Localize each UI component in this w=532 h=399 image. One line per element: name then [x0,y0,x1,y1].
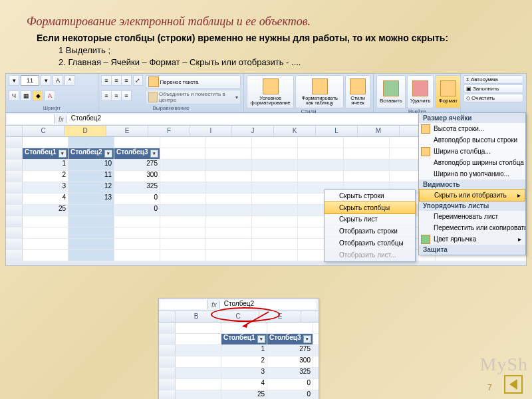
fdd-autofit-col[interactable]: Автоподбор ширины столбца [419,157,525,168]
cond-format-icon [263,78,279,94]
filter-icon[interactable]: ▾ [59,150,66,158]
merge-btn[interactable]: Объединить и поместить в центре▾ [146,90,241,104]
fdd-section-org: Упорядочить листы [419,201,525,211]
format-table-btn[interactable]: Форматировать как таблицу [295,75,344,108]
name-box-small[interactable] [160,300,207,309]
fdd-section-size: Размер ячейки [419,113,525,123]
cmi-hide-cols[interactable]: Скрыть столбцы [324,201,416,214]
insert-icon [383,80,399,96]
col-D[interactable]: D [65,126,106,136]
fdd-rename-sheet[interactable]: Переименовать лист [419,211,525,222]
wrap-icon [148,76,159,87]
fx-label: fx [56,116,67,123]
cmi-hide-rows[interactable]: Скрыть строки [325,190,415,202]
row-hdr[interactable] [6,137,23,148]
cell-styles-icon [350,78,366,94]
table-header-3[interactable]: Столбец3▾ [114,148,160,159]
col-I[interactable]: I [190,126,232,136]
delete-btn[interactable]: Удалить [407,75,434,108]
cmi-show-sheet[interactable]: Отобразить лист... [325,249,415,261]
col-K[interactable]: K [274,126,316,136]
excel-screenshot-result: fx Столбец2 B C E Столбец1▾ Столбец3▾ 12… [158,298,319,399]
fdd-hide-unhide[interactable]: Скрыть или отобразить ▸ [419,189,525,201]
format-dropdown-menu: Размер ячейки Высота строки... Автоподбо… [418,112,526,255]
fdd-autofit-row[interactable]: Автоподбор высоты строки [419,134,525,146]
fdd-row-height[interactable]: Высота строки... [419,123,525,134]
conditional-format-btn[interactable]: Условное форматирование [247,75,294,108]
format-btn[interactable]: Формат [435,75,460,108]
step-1: 1 Выделить ; [59,45,532,57]
cmi-show-cols[interactable]: Отобразить столбцы [325,237,415,249]
arrow-annotation [239,311,272,331]
col-M[interactable]: M [358,126,400,136]
ribbon-edit-group: Σ Автосумма ▣ Заполнить ◇ Очистить [461,74,526,112]
col-E[interactable]: E [106,126,148,136]
ribbon-cells-group: Вставить Удалить Формат Ячейки [374,74,461,112]
format-icon [440,80,456,96]
fdd-default-width[interactable]: Ширина по умолчанию... [419,168,525,180]
table-header-s1[interactable]: Столбец1▾ [221,334,267,344]
row-hdr[interactable] [6,148,23,159]
underline-btn[interactable]: Ч [9,90,19,101]
merge-icon [148,92,158,102]
shrink-font[interactable]: ᴬ [65,75,75,86]
col-F[interactable]: F [148,126,190,136]
row-height-icon [421,124,430,134]
hide-unhide-submenu: Скрыть строки Скрыть столбцы Скрыть лист… [324,190,416,262]
slide-title: Форматирование электронной таблицы и ее … [0,0,532,33]
border-btn[interactable]: ▦ [21,90,31,101]
filter-icon[interactable]: ▾ [257,335,265,343]
table-header-1[interactable]: Столбец1▾ [23,148,68,159]
table-icon [312,78,328,94]
font-color-btn[interactable]: A [45,90,55,101]
filter-icon[interactable]: ▾ [104,150,112,158]
styles-group-label: Стили [247,108,370,114]
font-size-box[interactable]: 11 [21,75,39,86]
table-header-2[interactable]: Столбец2▾ [68,148,114,159]
col-L[interactable]: L [316,126,358,136]
fdd-section-protect: Защита [419,245,525,255]
clear-btn[interactable]: ◇ Очистить [464,94,523,102]
font-dropdown[interactable]: ▾ [9,75,19,86]
align-tl[interactable]: ≡ [101,75,112,86]
align-bl[interactable]: ≡ [101,90,112,101]
watermark: MySh [480,354,528,375]
fill-color-btn[interactable]: ◆ [33,90,43,101]
fdd-col-width[interactable]: Ширина столбца... [419,146,525,157]
col-J[interactable]: J [232,126,274,136]
excel-screenshot-main: ▾ 11 ▾ A ᴬ Ч ▦ ◆ A Шрифт ≡≡≡ ≡≡≡ ⤢ [5,73,527,266]
filter-icon[interactable]: ▾ [150,150,158,158]
col-width-icon [421,147,430,156]
grow-font[interactable]: A [53,75,63,86]
cmi-hide-sheet[interactable]: Скрыть лист [325,213,415,225]
nav-back-button[interactable] [504,375,523,394]
tab-color-icon [421,235,430,244]
align-tr[interactable]: ≡ [121,75,132,86]
fill-btn[interactable]: ▣ Заполнить [464,84,523,93]
align-group-label: Выравнивание [101,105,241,111]
font-size-down[interactable]: ▾ [41,75,51,86]
ribbon-styles-group: Условное форматирование Форматировать ка… [244,74,374,112]
orientation-btn[interactable]: ⤢ [133,75,143,86]
table-header-s2[interactable]: Столбец3▾ [267,334,313,344]
page-number: 7 [487,382,492,392]
font-group-label: Шрифт [9,105,95,111]
autosum-btn[interactable]: Σ Автосумма [464,75,523,84]
select-all-corner[interactable] [6,126,23,136]
name-box[interactable] [7,114,55,124]
ribbon-align-group: ≡≡≡ ≡≡≡ ⤢ Перенос текста Объединить и по… [98,74,244,112]
ribbon-font-group: ▾ 11 ▾ A ᴬ Ч ▦ ◆ A Шрифт [6,74,98,112]
col-C[interactable]: C [23,126,65,136]
filter-icon[interactable]: ▾ [303,335,311,343]
align-br[interactable]: ≡ [121,90,132,101]
wrap-text-btn[interactable]: Перенос текста [146,75,241,88]
fdd-tab-color[interactable]: Цвет ярлычка ▸ [419,233,525,245]
fx-label-small: fx [209,301,220,309]
steps: 1 Выделить ; 2. Главная – Ячейки – Форма… [0,45,532,70]
cmi-show-rows[interactable]: Отобразить строки [325,225,415,237]
align-bc[interactable]: ≡ [111,90,122,101]
fdd-move-sheet[interactable]: Переместить или скопировать л [419,222,525,233]
insert-btn[interactable]: Вставить [376,75,406,108]
cell-styles-btn[interactable]: Стили ячеек [345,75,370,108]
align-tc[interactable]: ≡ [111,75,122,86]
